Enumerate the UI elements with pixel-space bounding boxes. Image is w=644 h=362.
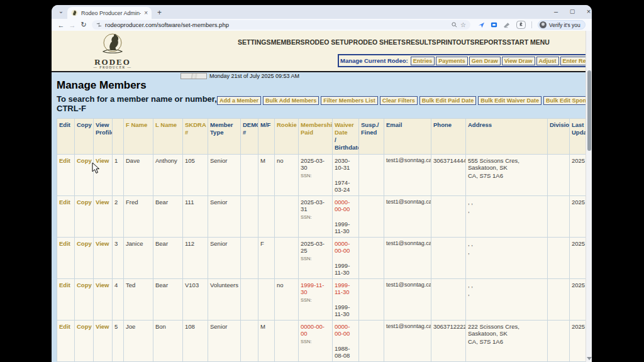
birthdate: 1988-08-08 [335,345,357,359]
logo-subtitle: — PRODUCER — [84,65,141,69]
header-text-rookie[interactable]: Rookie [277,121,296,129]
tab-search-chevron-icon[interactable]: ⌄ [56,7,66,17]
action-button-bulk-add-members[interactable]: Bulk Add Members [263,96,319,105]
menu-item-printouts[interactable]: PRINTOUTS [436,38,474,46]
back-icon[interactable]: ← [55,21,67,29]
action-button-clear-filters[interactable]: Clear Filters [380,96,418,105]
cell-member-type: Volunteers [208,279,241,321]
menu-item-rodeo-setup[interactable]: RODEO SETUP [305,38,353,46]
edit-link[interactable]: Edit [59,199,70,206]
tab-favicon-horse-icon [71,9,78,16]
cell-mf: M [258,155,275,196]
rodeo-button-adjust[interactable]: Adjust [536,57,559,65]
browser-tab[interactable]: Rodeo Producer Admin-Memb × [67,7,152,19]
cell-view: View [94,238,113,279]
scrollbar-thumb[interactable] [587,70,591,151]
action-button-add-a-member[interactable]: Add a Member [217,96,261,105]
bookmark-star-icon[interactable]: ☆ [460,21,466,28]
cell-view: View [94,196,113,238]
new-tab-button[interactable]: + [157,8,162,17]
header-text-edit: Edit [59,121,72,129]
verify-profile-button[interactable]: Verify it's you [538,20,586,30]
screen: ⌄ Rodeo Producer Admin-Memb × + – ▢ × ← … [0,0,644,362]
view-link[interactable]: View [96,282,109,288]
extensions-puzzle-icon[interactable] [516,21,526,29]
action-button-bulk-edit-paid-date[interactable]: Bulk Edit Paid Date [419,96,477,105]
copy-link[interactable]: Copy [77,240,92,247]
view-link[interactable]: View [96,199,109,206]
rodeo-button-payments[interactable]: Payments [436,57,468,65]
zoom-icon[interactable] [452,22,457,28]
menu-item-start-menu[interactable]: START MENU [507,38,550,46]
action-button-filter-members-list[interactable]: Filter Members List [321,96,378,105]
edit-link[interactable]: Edit [59,240,70,247]
edit-link[interactable]: Edit [59,282,70,288]
cell-mf: M [258,321,275,362]
scroll-down-arrow-icon[interactable] [587,357,592,360]
header-text-m-f: M/F [260,121,272,129]
close-button[interactable]: × [580,5,592,19]
maximize-button[interactable]: ▢ [564,5,580,19]
header-text-l-name[interactable]: L Name [155,121,180,129]
header-text-updated: Updated [572,129,584,136]
copy-link[interactable]: Copy [77,199,92,206]
rodeo-producer-logo: RODEO — PRODUCER — [84,32,141,69]
header-text-f-name[interactable]: F Name [126,121,151,129]
cell-rookie: no [275,279,299,321]
copy-link[interactable]: Copy [77,323,92,330]
cell-mf [258,279,275,321]
cell-rookie [275,321,299,362]
share-extension-icon[interactable] [503,22,511,28]
view-link[interactable]: View [96,323,109,330]
address-bar[interactable]: rodeoproducer.com/software/set-members.p… [92,20,470,30]
members-table: EditCopyViewProfileF NameL NameSKDRA #Me… [57,118,586,362]
view-link[interactable]: View [96,240,109,247]
cell-lname: Bear [153,196,183,238]
header-text-waiver[interactable]: Waiver [335,121,357,129]
meet-extension-icon[interactable] [491,21,497,28]
tab-close-icon[interactable]: × [144,9,148,16]
forward-icon[interactable]: → [67,21,78,29]
column-header-3 [113,119,124,155]
menu-item-rodeo-sheets[interactable]: RODEO SHEETS [353,38,406,46]
waiver-date: 1999-11-30 [335,282,357,295]
rodeo-button-view-draw[interactable]: View Draw [502,57,535,65]
tab-strip: ⌄ Rodeo Producer Admin-Memb × + – ▢ × [52,5,592,19]
copy-link[interactable]: Copy [77,282,92,288]
blue-extension-icon[interactable] [478,21,485,28]
rodeo-button-entries[interactable]: Entries [411,57,435,65]
header-text-skdra-[interactable]: SKDRA # [185,121,206,136]
menu-item-reports[interactable]: REPORTS [475,38,507,46]
paid-date: 2025-03-31 [301,199,330,212]
header-text-last: Last [572,121,584,129]
header-text-membership[interactable]: Membership [301,121,330,129]
cell-phone [431,279,466,321]
minimize-button[interactable]: – [548,5,564,19]
menu-item-settings[interactable]: SETTINGS [238,38,271,46]
header-text-email: Email [386,121,429,129]
cell-susp-fined [359,196,384,238]
cell-member-type: Senior [208,321,241,362]
edit-link[interactable]: Edit [59,157,70,164]
menu-item-results[interactable]: RESULTS [406,38,436,46]
paid-date: 2025-03-30 [301,157,330,171]
cell-membership-paid: 2025-03-25SSN: [299,238,333,279]
cell-membership-paid: 2025-03-30SSN: [299,155,333,196]
action-button-bulk-edit-waiver-date[interactable]: Bulk Edit Waiver Date [478,96,541,105]
copy-link[interactable]: Copy [77,157,92,164]
edit-link[interactable]: Edit [59,323,70,330]
waiver-date: 0000-00-00 [335,199,357,212]
action-button-bulk-edit-sponsorship[interactable]: Bulk Edit Sponsorship [543,96,592,105]
menu-item-members[interactable]: MEMBERS [271,38,305,46]
cell-lname: Bear [153,279,183,321]
ssn-label: SSN: [301,256,330,261]
site-settings-icon[interactable] [96,22,102,28]
rodeo-button-gen-draw[interactable]: Gen Draw [469,57,501,65]
address-line2: CA, S7S 1A6 [468,338,545,345]
header-text-date[interactable]: Date [335,129,357,136]
cell-copy: Copy [75,155,94,196]
reload-icon[interactable]: ↻ [78,21,89,29]
cell-row-number: 4 [113,279,124,321]
page-scrollbar[interactable] [586,31,592,362]
header-text-paid[interactable]: Paid [301,129,330,136]
